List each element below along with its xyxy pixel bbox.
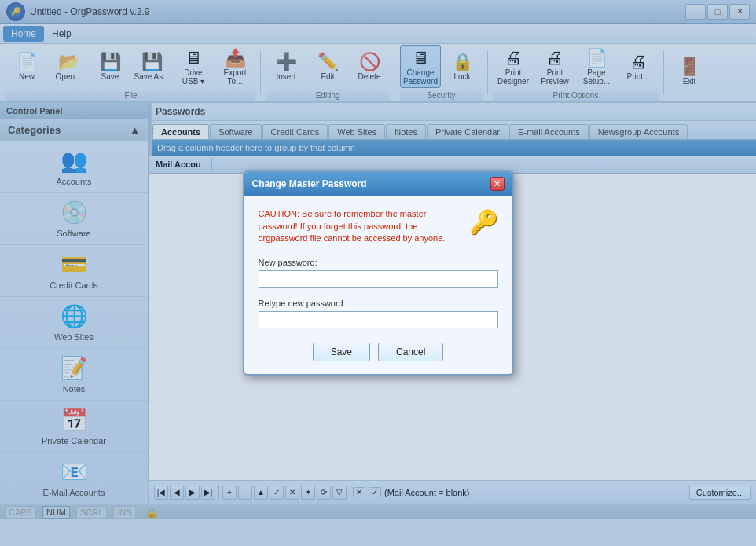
modal-save-button[interactable]: Save bbox=[313, 343, 370, 361]
modal-close-button[interactable]: ✕ bbox=[490, 177, 505, 191]
new-password-field: New password: bbox=[259, 258, 498, 288]
caution-area: CAUTION: Be sure to remember the master … bbox=[259, 208, 498, 244]
key-icon: 🔑 bbox=[469, 208, 498, 244]
modal-overlay: Change Master Password ✕ CAUTION: Be sur… bbox=[0, 0, 756, 546]
retype-password-field: Retype new password: bbox=[259, 299, 498, 328]
modal-title-bar: Change Master Password ✕ bbox=[244, 172, 512, 196]
modal-buttons: Save Cancel bbox=[259, 343, 498, 361]
modal-title: Change Master Password bbox=[252, 178, 367, 189]
new-password-input[interactable] bbox=[259, 270, 498, 288]
retype-password-label: Retype new password: bbox=[259, 299, 498, 308]
caution-text: CAUTION: Be sure to remember the master … bbox=[259, 208, 461, 244]
retype-password-input[interactable] bbox=[259, 311, 498, 328]
modal-body: CAUTION: Be sure to remember the master … bbox=[244, 196, 512, 373]
modal-cancel-button[interactable]: Cancel bbox=[378, 343, 443, 361]
new-password-label: New password: bbox=[259, 258, 498, 267]
change-master-password-dialog: Change Master Password ✕ CAUTION: Be sur… bbox=[243, 170, 514, 375]
